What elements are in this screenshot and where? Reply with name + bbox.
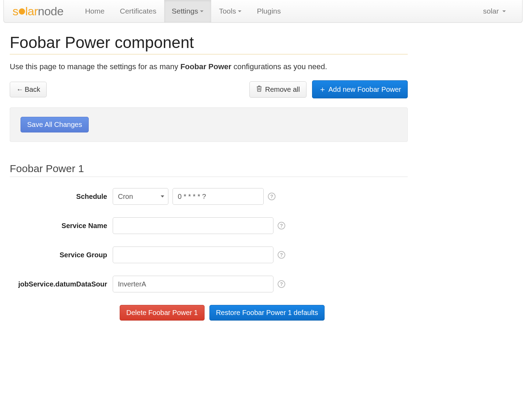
lead-post: configurations as you need. bbox=[231, 62, 327, 71]
datasource-label: jobService.datumDataSour bbox=[10, 280, 113, 288]
brand-text-lar: lar bbox=[25, 5, 38, 18]
restore-label: Restore Foobar Power 1 defaults bbox=[216, 309, 318, 317]
row-schedule: Schedule Cron ? bbox=[10, 188, 408, 205]
plus-icon: ＋ bbox=[319, 84, 326, 95]
save-well: Save All Changes bbox=[10, 107, 408, 142]
back-label: Back bbox=[25, 86, 40, 94]
datasource-input[interactable] bbox=[113, 276, 273, 292]
brand-text-s: s bbox=[13, 5, 18, 18]
lead-pre: Use this page to manage the settings for… bbox=[10, 62, 180, 71]
service-group-input[interactable] bbox=[113, 247, 273, 263]
nav-plugins[interactable]: Plugins bbox=[249, 0, 288, 22]
instance-button-row: Delete Foobar Power 1 Restore Foobar Pow… bbox=[113, 305, 408, 321]
brand-text-node: node bbox=[38, 5, 64, 18]
remove-all-button[interactable]: Remove all bbox=[249, 81, 306, 98]
delete-instance-button[interactable]: Delete Foobar Power 1 bbox=[120, 305, 205, 321]
page-lead: Use this page to manage the settings for… bbox=[10, 62, 408, 71]
save-all-label: Save All Changes bbox=[27, 121, 82, 129]
chevron-down-icon bbox=[200, 10, 204, 12]
nav-tools-label: Tools bbox=[219, 7, 236, 15]
help-icon[interactable]: ? bbox=[278, 222, 285, 229]
add-new-button[interactable]: ＋ Add new Foobar Power bbox=[312, 80, 408, 98]
nav-home-label: Home bbox=[85, 7, 104, 15]
nav-home[interactable]: Home bbox=[77, 0, 112, 22]
help-icon[interactable]: ? bbox=[268, 193, 276, 200]
save-all-button[interactable]: Save All Changes bbox=[21, 117, 89, 132]
schedule-value-input[interactable] bbox=[173, 188, 264, 205]
service-name-input[interactable] bbox=[113, 217, 273, 234]
restore-defaults-button[interactable]: Restore Foobar Power 1 defaults bbox=[209, 305, 325, 321]
row-service-group: Service Group ? bbox=[10, 247, 408, 263]
actions-row: ← Back Remove all ＋ Add new Foobar Power bbox=[10, 80, 408, 98]
nav-user-menu[interactable]: solar bbox=[475, 0, 513, 22]
brand-logo[interactable]: slarnode bbox=[13, 5, 63, 18]
page-title: Foobar Power component bbox=[10, 33, 408, 55]
trash-icon bbox=[256, 85, 262, 94]
nav-settings-label: Settings bbox=[172, 7, 198, 15]
lead-bold: Foobar Power bbox=[180, 62, 231, 71]
nav-items: Home Certificates Settings Tools Plugins bbox=[77, 0, 288, 22]
nav-settings[interactable]: Settings bbox=[164, 0, 212, 22]
row-datasource: jobService.datumDataSour ? bbox=[10, 276, 408, 292]
add-new-label: Add new Foobar Power bbox=[328, 86, 401, 94]
schedule-label: Schedule bbox=[10, 193, 113, 201]
row-service-name: Service Name ? bbox=[10, 217, 408, 234]
service-name-label: Service Name bbox=[10, 222, 113, 230]
nav-plugins-label: Plugins bbox=[257, 7, 281, 15]
nav-user-label: solar bbox=[483, 7, 499, 15]
service-group-label: Service Group bbox=[10, 251, 113, 259]
brand-dot-icon bbox=[19, 8, 25, 15]
nav-certificates[interactable]: Certificates bbox=[112, 0, 164, 22]
remove-all-label: Remove all bbox=[265, 86, 300, 94]
nav-tools[interactable]: Tools bbox=[211, 0, 249, 22]
nav-certificates-label: Certificates bbox=[120, 7, 156, 15]
back-button[interactable]: ← Back bbox=[10, 82, 47, 97]
schedule-type-select[interactable]: Cron bbox=[113, 188, 168, 205]
instance-heading: Foobar Power 1 bbox=[10, 163, 408, 177]
top-navbar: slarnode Home Certificates Settings Tool… bbox=[3, 0, 523, 23]
help-icon[interactable]: ? bbox=[278, 280, 285, 288]
delete-label: Delete Foobar Power 1 bbox=[126, 309, 198, 317]
help-icon[interactable]: ? bbox=[278, 251, 285, 259]
arrow-left-icon: ← bbox=[16, 86, 23, 94]
chevron-down-icon bbox=[502, 10, 506, 12]
chevron-down-icon bbox=[238, 10, 241, 12]
